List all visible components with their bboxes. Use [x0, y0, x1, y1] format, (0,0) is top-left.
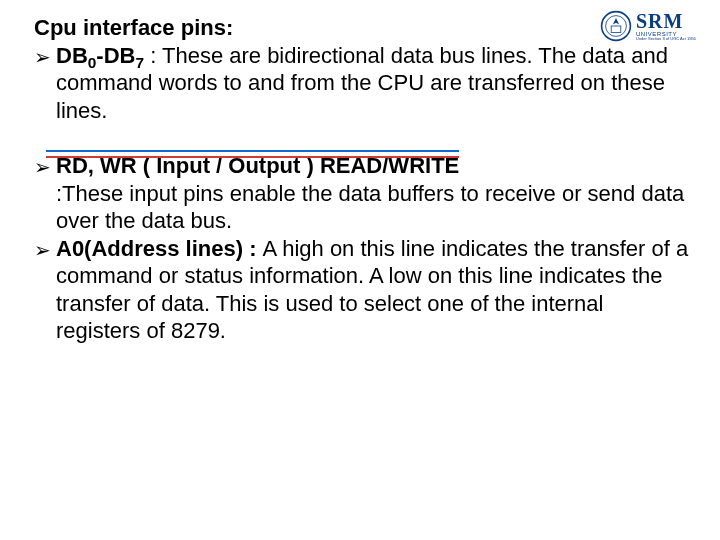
db-label: DB0-DB7 — [56, 43, 150, 68]
rdwr-overline: RD, WR ( Input / Output ) READ/WRITE — [56, 152, 459, 180]
bullet-rdwr-body: RD, WR ( Input / Output ) READ/WRITE :Th… — [56, 152, 690, 235]
bullet-a0-body: A0(Address lines) : A high on this line … — [56, 235, 690, 345]
a0-label: A0(Address lines) : — [56, 236, 263, 261]
slide: SRM UNIVERSITY Under Section 3 of UGC Ac… — [0, 0, 720, 540]
rdwr-label: RD, WR ( Input / Output ) READ/WRITE — [56, 153, 459, 178]
logo-srm: SRM — [636, 11, 696, 31]
srm-logo: SRM UNIVERSITY Under Section 3 of UGC Ac… — [600, 6, 710, 46]
bullet-arrow-icon — [34, 42, 56, 125]
bullet-db-body: DB0-DB7 : These are bidirectional data b… — [56, 42, 690, 125]
bullet-db: DB0-DB7 : These are bidirectional data b… — [34, 42, 690, 125]
university-seal-icon — [600, 10, 632, 42]
spacer — [34, 124, 690, 152]
rdwr-text: :These input pins enable the data buffer… — [56, 181, 684, 234]
bullet-rdwr: RD, WR ( Input / Output ) READ/WRITE :Th… — [34, 152, 690, 235]
slide-content: Cpu interface pins: DB0-DB7 : These are … — [34, 14, 690, 345]
logo-tagline: Under Section 3 of UGC Act 1956 — [636, 37, 696, 41]
slide-heading: Cpu interface pins: — [34, 14, 690, 42]
logo-text: SRM UNIVERSITY Under Section 3 of UGC Ac… — [636, 11, 696, 41]
bullet-arrow-icon — [34, 235, 56, 345]
bullet-arrow-icon — [34, 152, 56, 235]
bullet-a0: A0(Address lines) : A high on this line … — [34, 235, 690, 345]
